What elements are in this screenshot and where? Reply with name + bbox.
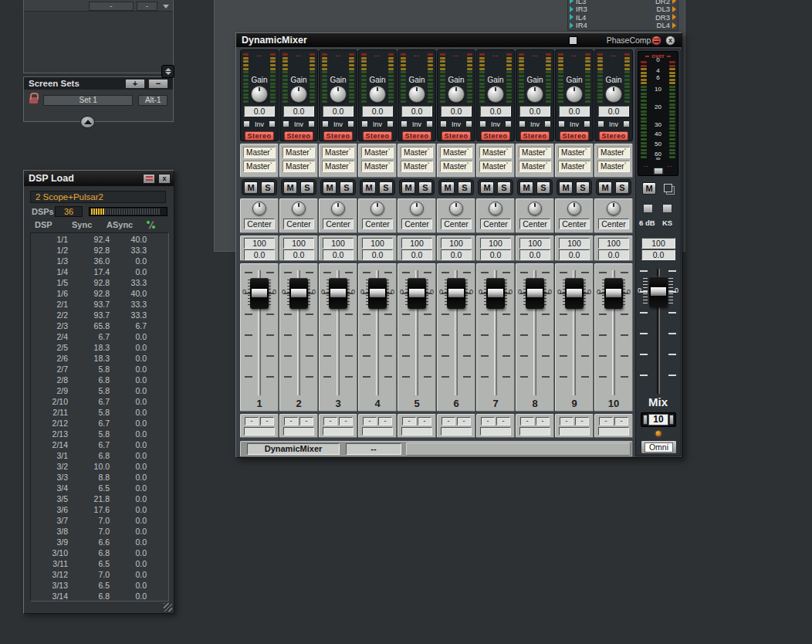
count-stepper-right[interactable] xyxy=(669,415,674,425)
trim-value[interactable]: 0.0 xyxy=(362,249,393,260)
fader-handle[interactable] xyxy=(250,278,269,309)
footer-field-1[interactable]: - xyxy=(560,417,573,425)
channel-fader[interactable]: 0 0 xyxy=(398,264,435,397)
set-name-field[interactable]: Set 1 xyxy=(43,95,134,106)
pan-knob[interactable] xyxy=(489,202,502,215)
output-select-1[interactable]: Master` xyxy=(440,147,472,158)
inv-right-button[interactable] xyxy=(347,120,354,127)
trim-value[interactable]: 0.0 xyxy=(598,249,629,260)
pan-value[interactable]: Center xyxy=(362,219,393,229)
pan-value[interactable]: Center xyxy=(441,219,472,229)
dsp-load-titlebar[interactable]: DSP Load x xyxy=(24,171,174,186)
pan-value[interactable]: Center xyxy=(283,219,314,229)
footer-field-wide[interactable] xyxy=(323,427,354,436)
footer-field-2[interactable]: - xyxy=(378,417,392,425)
fader-handle[interactable] xyxy=(408,278,426,309)
count-stepper-left[interactable] xyxy=(643,415,648,425)
footer-field-2[interactable]: - xyxy=(575,417,589,425)
footer-field-wide[interactable] xyxy=(441,427,472,436)
pan-value[interactable]: Center xyxy=(598,219,629,229)
stereo-button[interactable]: Stereo xyxy=(402,131,431,141)
mute-button[interactable]: M xyxy=(480,181,494,194)
solo-button[interactable]: S xyxy=(261,181,275,194)
inv-right-button[interactable] xyxy=(584,120,590,127)
level-value[interactable]: 100 xyxy=(480,238,511,249)
fader-handle[interactable] xyxy=(526,278,544,309)
pan-knob[interactable] xyxy=(410,202,424,215)
gain-value[interactable]: 0.0 xyxy=(244,106,275,117)
dropdown-button[interactable] xyxy=(160,2,171,11)
output-select-2[interactable]: Master` xyxy=(519,161,551,172)
output-select-2[interactable]: Master` xyxy=(479,161,512,172)
pan-value[interactable]: Center xyxy=(480,219,511,229)
footer-field-wide[interactable] xyxy=(598,427,629,436)
pan-knob[interactable] xyxy=(528,202,542,215)
inv-right-button[interactable] xyxy=(505,120,512,127)
output-select-2[interactable]: Master` xyxy=(283,161,315,172)
trim-value[interactable]: 0.0 xyxy=(519,249,550,260)
channel-count-display[interactable]: 10 xyxy=(648,414,668,425)
footer-field-2[interactable]: - xyxy=(339,417,353,425)
channel-fader[interactable]: 0 0 xyxy=(595,264,632,397)
stereo-button[interactable]: Stereo xyxy=(442,131,471,141)
pan-knob[interactable] xyxy=(252,202,266,215)
minimize-button[interactable] xyxy=(651,36,661,46)
footer-field-1[interactable]: - xyxy=(323,417,337,425)
mute-button[interactable]: M xyxy=(401,181,415,194)
footer-field-wide[interactable] xyxy=(519,427,550,436)
footer-field-2[interactable]: - xyxy=(299,417,313,425)
trim-value[interactable]: 0.0 xyxy=(323,249,354,260)
level-value[interactable]: 100 xyxy=(323,238,354,249)
resize-grip[interactable] xyxy=(164,603,172,612)
footer-field-wide[interactable] xyxy=(559,427,590,436)
master-fader[interactable]: 0 0 xyxy=(636,263,680,395)
add-set-button[interactable]: + xyxy=(125,79,145,89)
trim-value[interactable]: 0.0 xyxy=(283,249,314,260)
ks-button[interactable] xyxy=(662,204,672,213)
solo-button[interactable]: S xyxy=(497,181,511,194)
mute-button[interactable]: M xyxy=(559,181,573,194)
gain-knob[interactable] xyxy=(290,86,307,103)
footer-field-1[interactable]: - xyxy=(520,417,534,425)
channel-fader[interactable]: 0 0 xyxy=(438,264,475,397)
pan-value[interactable]: Center xyxy=(323,219,354,229)
inv-right-button[interactable] xyxy=(269,120,276,127)
gain-knob[interactable] xyxy=(487,86,504,103)
omni-button[interactable]: Omni xyxy=(641,440,677,454)
gain-knob[interactable] xyxy=(251,86,268,103)
footer-field-wide[interactable] xyxy=(401,427,432,436)
inv-right-button[interactable] xyxy=(426,120,433,127)
output-select-1[interactable]: Master` xyxy=(479,147,512,158)
pan-knob[interactable] xyxy=(449,202,463,215)
gain-knob[interactable] xyxy=(369,86,386,103)
footer-field-wide[interactable] xyxy=(480,427,511,436)
gain-value[interactable]: 0.0 xyxy=(559,106,590,117)
solo-button[interactable]: S xyxy=(615,181,629,194)
output-select-2[interactable]: Master` xyxy=(558,161,590,172)
master-mute-button[interactable]: M xyxy=(642,182,656,195)
pan-knob[interactable] xyxy=(370,202,384,215)
channel-fader[interactable]: 0 0 xyxy=(516,264,553,397)
output-select-1[interactable]: Master` xyxy=(597,147,630,158)
pan-knob[interactable] xyxy=(567,202,581,215)
pan-knob[interactable] xyxy=(292,202,306,215)
inv-right-button[interactable] xyxy=(544,120,551,127)
footer-field-1[interactable]: - xyxy=(363,417,377,425)
stereo-button[interactable]: Stereo xyxy=(363,131,392,141)
gain-value[interactable]: 0.0 xyxy=(401,106,432,117)
output-select-2[interactable]: Master` xyxy=(401,161,433,172)
trim-value[interactable]: 0.0 xyxy=(441,249,472,260)
footer-field-2[interactable]: - xyxy=(457,417,471,425)
mute-button[interactable]: M xyxy=(283,181,297,194)
level-value[interactable]: 100 xyxy=(283,238,314,249)
stereo-button[interactable]: Stereo xyxy=(323,131,353,141)
solo-button[interactable]: S xyxy=(300,181,314,194)
inv-right-button[interactable] xyxy=(623,120,630,127)
footer-field-1[interactable]: - xyxy=(284,417,298,425)
level-value[interactable]: 100 xyxy=(362,238,393,249)
gain-value[interactable]: 0.0 xyxy=(283,106,314,117)
channel-fader[interactable]: 0 0 xyxy=(280,264,317,397)
gain-value[interactable]: 0.0 xyxy=(480,106,511,117)
level-value[interactable]: 100 xyxy=(441,238,472,249)
fader-handle[interactable] xyxy=(447,278,465,309)
